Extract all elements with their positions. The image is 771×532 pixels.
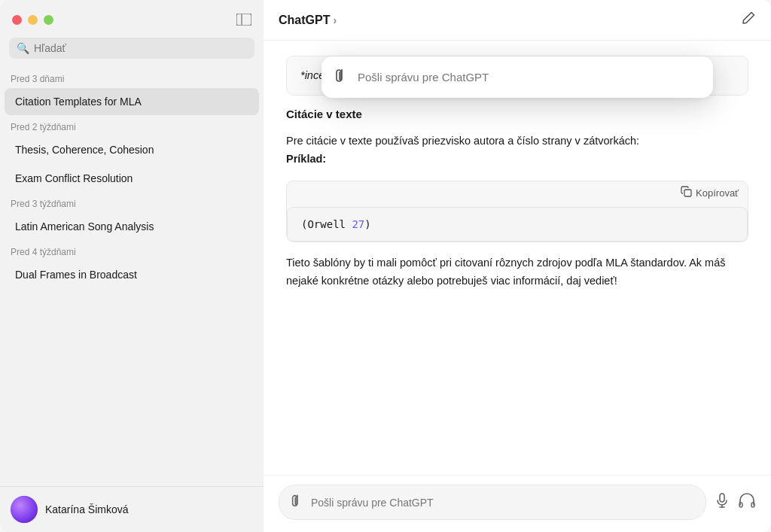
message-input[interactable] (311, 497, 695, 509)
edit-icon[interactable] (741, 11, 756, 29)
svg-rect-3 (720, 494, 724, 502)
search-icon: 🔍 (17, 42, 29, 54)
section-label-4weeks: Pred 4 týždňami (0, 241, 264, 260)
svg-rect-6 (739, 503, 742, 507)
avatar-image (11, 496, 38, 523)
svg-rect-2 (684, 190, 691, 196)
section-label-2weeks: Pred 2 týždňami (0, 116, 264, 135)
search-input[interactable] (34, 42, 247, 54)
code-block-header: Kopírovať (287, 181, 748, 207)
closing-text: Tieto šablóny by ti mali pomôcť pri cito… (286, 254, 748, 290)
floating-attach-icon[interactable] (334, 67, 350, 87)
traffic-light-minimize[interactable] (28, 15, 38, 25)
chat-area: *inception*. Režisér Christopher Nolan, … (264, 41, 771, 475)
main-content: ChatGPT › *inception*. Režisér Christoph… (264, 0, 771, 532)
svg-rect-0 (236, 14, 251, 26)
copy-icon (681, 186, 692, 199)
section-heading: Citácie v texte (286, 108, 748, 120)
message-input-container (279, 485, 706, 520)
copy-button[interactable]: Kopírovať (676, 184, 743, 201)
code-block-container: Kopírovať (Orwell 27) (286, 181, 748, 242)
body-text-1: Pre citácie v texte používaš priezvisko … (286, 132, 748, 169)
floating-message-input[interactable] (358, 71, 701, 84)
traffic-light-fullscreen[interactable] (44, 15, 53, 25)
svg-rect-7 (751, 503, 754, 507)
sidebar-footer: Katarína Šimková (0, 486, 264, 532)
avatar (11, 496, 38, 523)
code-block: (Orwell 27) (287, 207, 748, 242)
floating-input-overlay (322, 56, 713, 98)
sidebar-toggle-icon[interactable] (236, 14, 251, 26)
mic-icon[interactable] (714, 492, 730, 512)
code-post: ) (364, 218, 370, 230)
sidebar-item-thesis-coherence[interactable]: Thesis, Coherence, Cohesion (5, 136, 259, 163)
message-input-bar (264, 475, 771, 532)
username-label: Katarína Šimková (45, 503, 129, 515)
code-pre: (Orwell (301, 218, 352, 230)
attach-icon[interactable] (290, 493, 305, 512)
chat-title: ChatGPT › (279, 14, 337, 27)
sidebar-item-exam-conflict[interactable]: Exam Conflict Resolution (5, 165, 259, 192)
main-header: ChatGPT › (264, 0, 771, 41)
traffic-lights-bar (0, 0, 264, 33)
sidebar-item-dual-frames[interactable]: Dual Frames in Broadcast (5, 261, 259, 288)
headphones-icon[interactable] (738, 491, 756, 513)
section-label-3days: Pred 3 dňami (0, 68, 264, 87)
traffic-light-close[interactable] (12, 15, 22, 25)
title-chevron-icon: › (333, 14, 337, 26)
sidebar-item-citation-templates[interactable]: Citation Templates for MLA (5, 88, 259, 115)
sidebar: 🔍 Pred 3 dňami Citation Templates for ML… (0, 0, 264, 532)
app-window: 🔍 Pred 3 dňami Citation Templates for ML… (0, 0, 771, 532)
code-number: 27 (352, 218, 364, 230)
search-bar[interactable]: 🔍 (9, 38, 254, 59)
section-label-3weeks: Pred 3 týždňami (0, 193, 264, 212)
sidebar-item-latin-american[interactable]: Latin American Song Analysis (5, 213, 259, 240)
